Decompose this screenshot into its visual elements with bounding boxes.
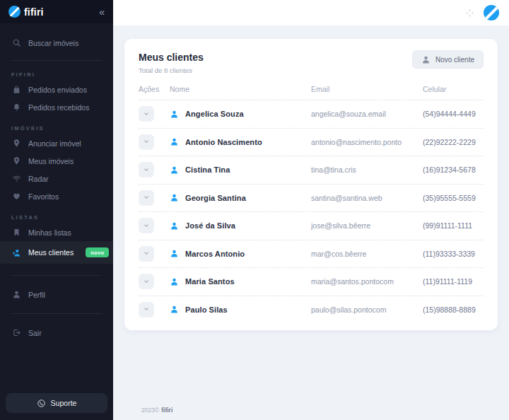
page-footer: 2023©fifiri	[124, 402, 498, 416]
sidebar: fifiri « Buscar imóveis FIFIRI Pedidos e…	[0, 0, 113, 420]
client-email: antonio@nascimento.ponto	[311, 138, 423, 146]
client-name-cell: Angelica Souza	[170, 110, 311, 119]
radar-icon	[11, 174, 21, 183]
sidebar-section-label: FIFIRI	[0, 69, 113, 81]
client-phone: (22)92222-2229	[423, 138, 484, 146]
sidebar-item-radar[interactable]: Radar	[0, 170, 113, 187]
client-name-cell: Georgia Santina	[170, 193, 311, 202]
chevron-down-icon	[143, 165, 150, 175]
sidebar-item-sair[interactable]: Sair	[0, 324, 113, 342]
map-pin-icon	[11, 139, 21, 148]
row-actions-button[interactable]	[139, 134, 154, 150]
sidebar-item-label: Anunciar imóvel	[28, 139, 81, 148]
app-window: fifiri « Buscar imóveis FIFIRI Pedidos e…	[0, 0, 509, 420]
footer-brand: fifiri	[161, 407, 172, 414]
support-wrap: Suporte	[0, 393, 113, 420]
row-actions-cell	[139, 134, 170, 150]
row-actions-button[interactable]	[139, 246, 154, 262]
sidebar-divider	[11, 60, 102, 61]
client-phone: (11)91111-1119	[423, 277, 484, 286]
sidebar-header: fifiri «	[0, 0, 113, 23]
heart-icon	[11, 192, 21, 201]
sidebar-section-label: IMÓVEIS	[0, 122, 113, 134]
fifiri-logo[interactable]: fifiri	[8, 6, 44, 18]
row-actions-button[interactable]	[139, 162, 154, 177]
clients-total: Total de 8 clientes	[139, 66, 204, 75]
user-plus-icon	[11, 248, 21, 257]
support-button[interactable]: Suporte	[6, 393, 107, 413]
sidebar-item-meus-clientes[interactable]: Meus clientes novo	[0, 241, 113, 264]
sidebar-item-label: Pedidos recebidos	[28, 103, 89, 112]
row-actions-cell	[139, 106, 170, 122]
sidebar-item-anunciar-imovel[interactable]: Anunciar imóvel	[0, 134, 113, 152]
support-button-label: Suporte	[51, 399, 77, 407]
sidebar-item-pedidos-recebidos[interactable]: Pedidos recebidos	[0, 98, 113, 116]
row-actions-button[interactable]	[139, 302, 154, 317]
table-row: Paulo Silas paulo@silas.pontocom (15)988…	[139, 296, 484, 324]
table-row: Cistina Tina tina@tina.cris (16)91234-56…	[139, 156, 484, 184]
row-actions-button[interactable]	[139, 218, 154, 233]
table-row: Georgia Santina santina@santina.web (35)…	[139, 184, 484, 212]
sidebar-sections: FIFIRI Pedidos enviados Pedidos recebido…	[0, 62, 113, 264]
new-client-button[interactable]: Novo cliente	[412, 50, 484, 69]
main-area: Meus clientes Total de 8 clientes Novo c…	[113, 0, 509, 420]
client-avatar-icon	[170, 305, 179, 314]
sidebar-item-perfil[interactable]: Perfil	[0, 286, 113, 303]
map-pin-icon	[11, 156, 21, 165]
client-email: jose@silva.bêerre	[311, 221, 423, 230]
move-icon[interactable]	[465, 8, 474, 18]
chevron-down-icon	[143, 136, 150, 147]
new-client-label: Novo cliente	[435, 56, 474, 64]
client-email: angelica@souza.email	[311, 110, 423, 118]
table-header: Ações Nome Email Celular	[139, 75, 484, 100]
user-icon	[11, 290, 21, 299]
client-email: paulo@silas.pontocom	[311, 305, 423, 314]
clients-table-body: Angelica Souza angelica@souza.email (54)…	[139, 100, 484, 323]
user-avatar[interactable]	[484, 5, 499, 21]
row-actions-button[interactable]	[139, 274, 154, 289]
client-email: santina@santina.web	[311, 194, 423, 202]
client-name: Maria Santos	[185, 277, 235, 286]
sidebar-item-pedidos-enviados[interactable]: Pedidos enviados	[0, 81, 113, 98]
client-avatar-icon	[170, 221, 179, 231]
bell-icon	[11, 103, 21, 112]
row-actions-cell	[139, 218, 170, 233]
clients-card: Meus clientes Total de 8 clientes Novo c…	[124, 39, 498, 330]
client-phone: (11)93333-3339	[423, 250, 484, 258]
row-actions-button[interactable]	[139, 190, 154, 206]
client-name: Angelica Souza	[185, 110, 244, 118]
novo-badge: novo	[86, 247, 109, 257]
row-actions-button[interactable]	[139, 106, 154, 122]
client-name-cell: Antonio Nascimento	[170, 137, 311, 146]
sidebar-item-meus-imoveis[interactable]: Meus imóveis	[0, 152, 113, 170]
sidebar-item-label: Pedidos enviados	[28, 86, 87, 94]
bag-icon	[11, 85, 21, 94]
sidebar-section: LISTAS Minhas listas Meus clientes novo	[0, 211, 113, 264]
topbar	[113, 0, 509, 25]
client-name: Antonio Nascimento	[185, 138, 262, 146]
sidebar-item-label: Buscar imóveis	[28, 39, 78, 47]
sidebar-item-buscar-imoveis[interactable]: Buscar imóveis	[0, 33, 113, 53]
content: Meus clientes Total de 8 clientes Novo c…	[113, 25, 509, 420]
sidebar-divider	[11, 313, 102, 314]
client-avatar-icon	[170, 193, 179, 202]
search-icon	[11, 38, 21, 47]
table-row: Marcos Antonio mar@cos.bêerre (11)93333-…	[139, 240, 484, 268]
card-header: Meus clientes Total de 8 clientes Novo c…	[139, 50, 484, 75]
row-actions-cell	[139, 246, 170, 262]
column-header-acoes: Ações	[139, 85, 170, 93]
sidebar-section-label: LISTAS	[0, 211, 113, 223]
sidebar-divider	[11, 275, 102, 276]
client-phone: (15)98888-8889	[423, 305, 484, 314]
sidebar-section: FIFIRI Pedidos enviados Pedidos recebido…	[0, 69, 113, 116]
chevron-down-icon	[143, 221, 150, 231]
sidebar-item-favoritos[interactable]: Favoritos	[0, 187, 113, 205]
chevron-down-icon	[143, 248, 150, 259]
client-email: mar@cos.bêerre	[311, 250, 423, 258]
sidebar-item-minhas-listas[interactable]: Minhas listas	[0, 223, 113, 241]
sidebar-item-label: Meus clientes	[28, 248, 74, 257]
sidebar-item-label: Favoritos	[28, 192, 59, 201]
sidebar-collapse-button[interactable]: «	[99, 7, 105, 17]
client-name-cell: Marcos Antonio	[170, 249, 311, 258]
client-name-cell: Maria Santos	[170, 277, 311, 286]
